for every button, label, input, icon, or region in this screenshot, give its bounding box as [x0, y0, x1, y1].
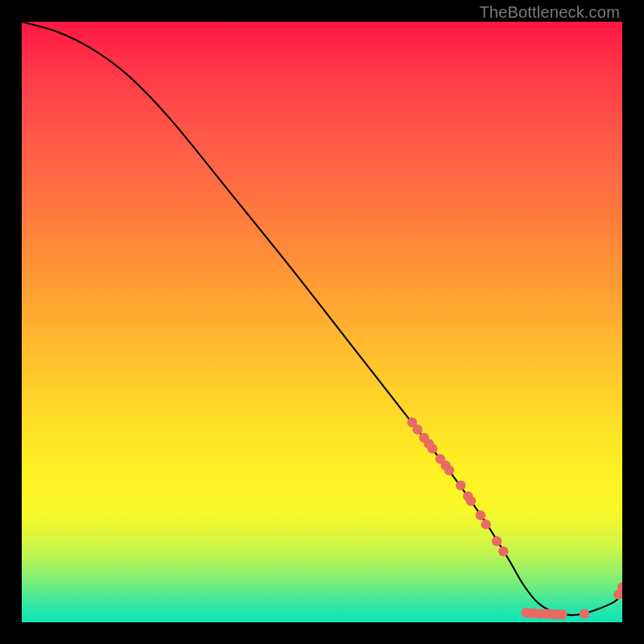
scatter-points — [407, 417, 622, 619]
data-point — [481, 519, 490, 529]
data-point — [492, 536, 502, 546]
attribution-text: TheBottleneck.com — [479, 3, 620, 22]
data-point — [427, 444, 437, 453]
data-point — [412, 424, 422, 434]
data-point — [557, 609, 567, 619]
chart-container — [22, 22, 622, 622]
curve-line — [22, 22, 622, 615]
data-point — [456, 481, 465, 490]
data-point — [498, 547, 508, 556]
chart-overlay — [22, 22, 622, 622]
data-point — [580, 609, 589, 618]
data-point — [476, 510, 485, 520]
data-point — [444, 465, 454, 475]
data-point — [466, 496, 476, 506]
plot-area — [22, 22, 622, 622]
